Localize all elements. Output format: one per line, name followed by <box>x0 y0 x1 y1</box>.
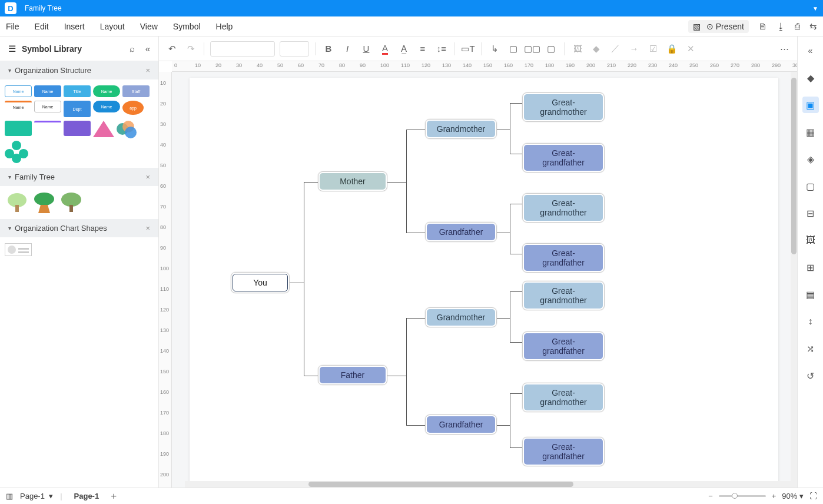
close-icon[interactable]: × <box>145 66 150 75</box>
font-size-select[interactable] <box>280 41 309 57</box>
shape-thumb[interactable]: Name <box>34 101 61 112</box>
add-page-button[interactable]: + <box>111 490 117 502</box>
category-org-chart-shapes[interactable]: ▾ Organization Chart Shapes × <box>0 219 158 237</box>
collapse-sidebar-icon[interactable]: « <box>145 44 150 54</box>
italic-button[interactable]: I <box>340 42 354 56</box>
align-button[interactable]: ≡ <box>416 42 430 56</box>
tree-node-ggm4[interactable]: Great-grandmother <box>522 383 605 412</box>
zoom-in-button[interactable]: + <box>772 492 776 500</box>
tree-node-gm2[interactable]: Grandmother <box>425 307 497 327</box>
line-spacing-button[interactable]: ↕≡ <box>434 42 449 56</box>
clipboard-panel-icon[interactable]: ▤ <box>802 286 819 303</box>
tree-node-ggf1[interactable]: Great-grandfather <box>522 143 605 173</box>
shape-thumb[interactable] <box>5 243 32 256</box>
data-panel-icon[interactable]: ⊟ <box>802 205 819 221</box>
present-button-group[interactable]: ▧ ⊙ Present <box>688 20 749 33</box>
share-icon[interactable]: ⇆ <box>809 21 817 32</box>
save-icon[interactable]: 🗎 <box>758 21 767 31</box>
image-button[interactable]: 🖼 <box>570 42 585 56</box>
revision-panel-icon[interactable]: ↺ <box>802 367 819 384</box>
check-button[interactable]: ☑ <box>646 42 660 56</box>
fullscreen-button[interactable]: ⛶ <box>809 492 817 500</box>
vertical-scrollbar[interactable] <box>791 72 797 481</box>
tree-shape-thumb[interactable] <box>59 192 84 213</box>
shape-thumb[interactable]: Name <box>34 85 61 97</box>
highlight-button[interactable]: A̲ <box>397 42 411 56</box>
horizontal-scrollbar[interactable] <box>185 481 797 488</box>
category-organization-structure[interactable]: ▾ Organization Structure × <box>0 61 158 79</box>
menu-help[interactable]: Help <box>216 22 233 31</box>
tree-node-ggf3[interactable]: Great-grandfather <box>522 331 605 361</box>
shape-thumb[interactable]: Name <box>5 85 32 97</box>
shape-thumb[interactable] <box>64 121 91 136</box>
tree-shape-thumb[interactable] <box>5 192 29 213</box>
line-button[interactable]: ／ <box>608 42 622 56</box>
settings-button[interactable]: ✕ <box>683 42 698 56</box>
more-button[interactable]: ⋯ <box>777 42 791 56</box>
menu-file[interactable]: File <box>6 22 19 31</box>
shape-thumb[interactable] <box>5 121 32 136</box>
zoom-slider[interactable] <box>719 495 766 497</box>
arrow-button[interactable]: → <box>627 42 641 56</box>
menu-view[interactable]: View <box>140 22 158 31</box>
tree-node-ggf4[interactable]: Great-grandfather <box>522 437 605 466</box>
shape-thumb[interactable]: Name <box>93 85 120 97</box>
redo-button[interactable]: ↷ <box>184 42 198 56</box>
fill-panel-icon[interactable]: ◆ <box>802 69 819 86</box>
shape-thumb[interactable] <box>34 121 61 136</box>
lock-button[interactable]: 🔒 <box>665 42 679 56</box>
page-surface[interactable]: YouMotherFatherGrandmotherGrandfatherGra… <box>190 78 778 488</box>
pages-icon[interactable]: ▥ <box>6 492 13 500</box>
tree-node-gm1[interactable]: Grandmother <box>425 119 497 139</box>
tree-node-ggm1[interactable]: Great-grandmother <box>522 92 605 122</box>
collapse-panel-icon[interactable]: « <box>802 42 819 59</box>
shape-thumb[interactable]: Dept <box>64 101 91 117</box>
tree-node-ggm2[interactable]: Great-grandmother <box>522 193 605 223</box>
print-icon[interactable]: ⎙ <box>795 21 800 31</box>
group-button[interactable]: ▢ <box>544 42 558 56</box>
shape-thumb[interactable]: Title <box>64 85 91 97</box>
menu-edit[interactable]: Edit <box>35 22 49 31</box>
tree-shape-thumb[interactable] <box>32 192 57 213</box>
download-icon[interactable]: ⭳ <box>776 21 785 31</box>
close-icon[interactable]: × <box>145 173 150 181</box>
shuffle-panel-icon[interactable]: ⤮ <box>802 340 819 357</box>
shape-thumb[interactable]: Name <box>5 101 32 112</box>
font-family-select[interactable] <box>210 41 275 57</box>
history-panel-icon[interactable]: ↕ <box>802 313 819 330</box>
shape-thumb[interactable] <box>5 141 28 162</box>
layers-button[interactable]: ▢▢ <box>525 42 539 56</box>
zoom-level[interactable]: 90% ▾ <box>782 492 804 500</box>
menu-layout[interactable]: Layout <box>100 22 125 31</box>
page-selector[interactable]: Page-1 ▾ <box>20 492 53 500</box>
connector-button[interactable]: ↳ <box>487 42 502 56</box>
tree-node-gf2[interactable]: Grandfather <box>425 415 497 435</box>
tree-node-mother[interactable]: Mother <box>318 171 387 191</box>
tree-node-root[interactable]: You <box>231 272 290 293</box>
undo-button[interactable]: ↶ <box>165 42 179 56</box>
shape-thumb[interactable] <box>93 121 114 137</box>
close-icon[interactable]: × <box>145 224 150 233</box>
shape-thumb[interactable] <box>117 121 138 137</box>
shape-thumb[interactable]: Name <box>93 101 120 112</box>
canvas[interactable]: YouMotherFatherGrandmotherGrandfatherGra… <box>172 72 797 488</box>
tree-node-ggf2[interactable]: Great-grandfather <box>522 243 605 273</box>
orgchart-panel-icon[interactable]: ⊞ <box>802 259 819 276</box>
search-icon[interactable]: ⌕ <box>130 44 135 54</box>
tree-node-father[interactable]: Father <box>318 365 387 385</box>
menu-symbol[interactable]: Symbol <box>173 22 201 31</box>
text-box-button[interactable]: ▭T <box>461 42 475 56</box>
presentation-panel-icon[interactable]: ▢ <box>802 178 819 194</box>
font-color-button[interactable]: A <box>378 42 392 56</box>
layers-panel-icon[interactable]: ◈ <box>802 151 819 167</box>
underline-button[interactable]: U <box>359 42 373 56</box>
category-family-tree[interactable]: ▾ Family Tree × <box>0 168 158 186</box>
page-tab[interactable]: Page-1 <box>69 492 104 500</box>
titlebar-dropdown-icon[interactable]: ▼ <box>812 5 818 12</box>
shape-thumb[interactable]: Staff <box>122 85 150 97</box>
grid-panel-icon[interactable]: ▦ <box>802 124 819 140</box>
tree-node-ggm3[interactable]: Great-grandmother <box>522 281 605 310</box>
fill-button[interactable]: ◆ <box>589 42 603 56</box>
container-button[interactable]: ▢ <box>506 42 520 56</box>
menu-insert[interactable]: Insert <box>64 22 85 31</box>
